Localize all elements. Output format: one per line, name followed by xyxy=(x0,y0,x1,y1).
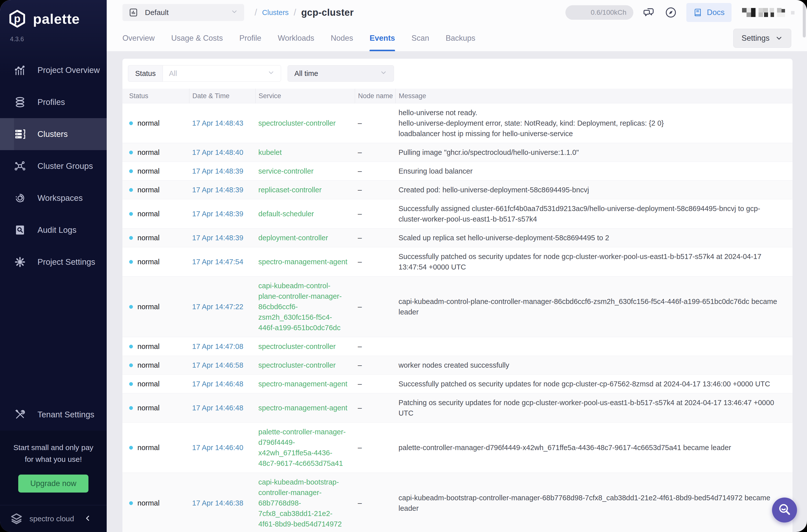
tools-icon xyxy=(14,408,26,421)
column-header-date-time: Date & Time xyxy=(189,89,255,103)
top-bar-actions: 0.6/100kCh xyxy=(565,3,796,22)
status-dot xyxy=(129,236,133,240)
sidebar-item-label: Clusters xyxy=(37,129,68,139)
upgrade-promo: Start small and only pay for what you us… xyxy=(0,431,107,505)
sidebar-item-tenant-settings[interactable]: Tenant Settings xyxy=(0,399,107,431)
node-name-cell: – xyxy=(355,163,395,179)
spectro-cloud-logo xyxy=(10,512,23,526)
status-label: normal xyxy=(137,167,159,175)
servers-icon xyxy=(14,128,26,140)
node-name-cell: – xyxy=(355,400,395,416)
status-cell: normal xyxy=(126,495,189,511)
sidebar-item-profiles[interactable]: Profiles xyxy=(0,86,107,118)
tab-workloads[interactable]: Workloads xyxy=(278,25,314,51)
settings-button[interactable]: Settings xyxy=(733,29,791,48)
table-row[interactable]: normal 17 Apr 14:46:48 spectro-managemen… xyxy=(123,393,792,422)
table-row[interactable]: normal 17 Apr 14:48:39 default-scheduler… xyxy=(123,199,792,228)
tab-usage-costs[interactable]: Usage & Costs xyxy=(171,25,223,51)
docs-label: Docs xyxy=(707,8,725,17)
table-row[interactable]: normal 17 Apr 14:46:48 spectro-managemen… xyxy=(123,374,792,393)
status-cell: normal xyxy=(126,400,189,416)
status-label: normal xyxy=(137,342,159,351)
upgrade-now-button[interactable]: Upgrade now xyxy=(18,475,88,493)
filters-bar: Status All All time xyxy=(123,59,792,89)
project-selector[interactable]: Default xyxy=(123,4,244,21)
status-dot xyxy=(129,501,133,505)
table-row[interactable]: normal 17 Apr 14:47:08 spectrocluster-co… xyxy=(123,337,792,356)
message-cell: capi-kubeadm-bootstrap-controller-manage… xyxy=(395,489,789,517)
table-row[interactable]: normal 17 Apr 14:48:39 service-controlle… xyxy=(123,162,792,180)
table-row[interactable]: normal 17 Apr 14:47:22 capi-kubeadm-cont… xyxy=(123,276,792,337)
usage-quota-badge: 0.6/100kCh xyxy=(565,5,633,20)
status-dot xyxy=(129,169,133,173)
table-row[interactable]: normal 17 Apr 14:48:43 spectrocluster-co… xyxy=(123,103,792,143)
status-cell: normal xyxy=(126,338,189,355)
chat-icon[interactable] xyxy=(642,6,655,19)
sidebar-item-audit-logs[interactable]: Audit Logs xyxy=(0,214,107,246)
footer-brand-name: spectro cloud xyxy=(30,514,74,523)
time-range-select[interactable]: All time xyxy=(287,65,394,82)
sidebar-item-label: Audit Logs xyxy=(37,225,76,235)
sidebar: p palette 4.3.6 Project Overview xyxy=(0,0,107,532)
date-time-cell: 17 Apr 14:48:43 xyxy=(189,115,255,131)
table-row[interactable]: normal 17 Apr 14:48:40 kubelet – Pulling… xyxy=(123,143,792,162)
sidebar-item-project-overview[interactable]: Project Overview xyxy=(0,54,107,86)
status-dot xyxy=(129,382,133,386)
support-search-fab[interactable] xyxy=(772,497,797,522)
status-label: normal xyxy=(137,186,159,194)
service-cell: spectro-management-agent xyxy=(255,252,355,271)
message-cell: Patching os security updates for node gc… xyxy=(395,393,789,422)
orbit-icon xyxy=(14,192,26,204)
date-time-cell: 17 Apr 14:48:39 xyxy=(189,230,255,246)
message-cell: worker nodes created successfully xyxy=(395,356,789,374)
collapse-sidebar-chevron-icon[interactable] xyxy=(84,514,92,524)
table-row[interactable]: normal 17 Apr 14:48:39 deployment-contro… xyxy=(123,228,792,247)
docs-button[interactable]: Docs xyxy=(686,3,732,22)
table-row[interactable]: normal 17 Apr 14:48:39 replicaset-contro… xyxy=(123,180,792,199)
table-row[interactable]: normal 17 Apr 14:46:40 palette-controlle… xyxy=(123,422,792,473)
tab-scan[interactable]: Scan xyxy=(412,25,429,51)
sidebar-item-cluster-groups[interactable]: Cluster Groups xyxy=(0,150,107,182)
tab-profile[interactable]: Profile xyxy=(239,25,261,51)
chevron-down-icon xyxy=(380,69,387,78)
project-icon xyxy=(128,7,138,18)
status-label: normal xyxy=(137,404,159,412)
column-header-node-name: Node name xyxy=(355,89,395,103)
layers-icon xyxy=(14,96,26,108)
brand: p palette xyxy=(0,0,107,28)
node-name-cell: – xyxy=(355,206,395,222)
table-row[interactable]: normal 17 Apr 14:46:58 spectrocluster-co… xyxy=(123,356,792,374)
status-filter-select[interactable]: All xyxy=(163,65,281,82)
message-cell: Ensuring load balancer xyxy=(395,162,789,180)
tab-overview[interactable]: Overview xyxy=(123,25,155,51)
sidebar-item-clusters[interactable]: Clusters xyxy=(0,118,107,150)
status-label: normal xyxy=(137,361,159,369)
node-name-cell: – xyxy=(355,299,395,315)
message-cell: Pulling image "ghcr.io/spectrocloud/hell… xyxy=(395,143,789,162)
status-cell: normal xyxy=(126,254,189,270)
sidebar-item-project-settings[interactable]: Project Settings xyxy=(0,246,107,278)
service-cell: spectro-management-agent xyxy=(255,375,355,393)
sidebar-item-workspaces[interactable]: Workspaces xyxy=(0,182,107,214)
service-cell: deployment-controller xyxy=(255,229,355,247)
svg-text:p: p xyxy=(14,13,20,24)
message-cell: Created pod: hello-universe-deployment-5… xyxy=(395,180,789,199)
date-time-cell: 17 Apr 14:46:48 xyxy=(189,400,255,416)
page-title: gcp-cluster xyxy=(301,7,354,18)
table-row[interactable]: normal 17 Apr 14:47:54 spectro-managemen… xyxy=(123,247,792,276)
table-row[interactable]: normal 17 Apr 14:46:38 capi-kubeadm-boot… xyxy=(123,473,792,532)
tab-nodes[interactable]: Nodes xyxy=(331,25,353,51)
tab-backups[interactable]: Backups xyxy=(446,25,475,51)
status-dot xyxy=(129,345,133,348)
tab-events[interactable]: Events xyxy=(370,25,395,51)
compass-icon[interactable] xyxy=(664,6,677,19)
column-header-service: Service xyxy=(255,89,355,103)
node-name-cell: – xyxy=(355,182,395,198)
sidebar-item-label: Project Overview xyxy=(37,65,100,75)
status-dot xyxy=(129,446,133,450)
breadcrumb-link-clusters[interactable]: Clusters xyxy=(262,8,288,17)
date-time-cell: 17 Apr 14:47:54 xyxy=(189,254,255,270)
redacted-user-info xyxy=(742,7,796,18)
scrollbar-thumb[interactable] xyxy=(803,2,806,37)
status-cell: normal xyxy=(126,163,189,179)
